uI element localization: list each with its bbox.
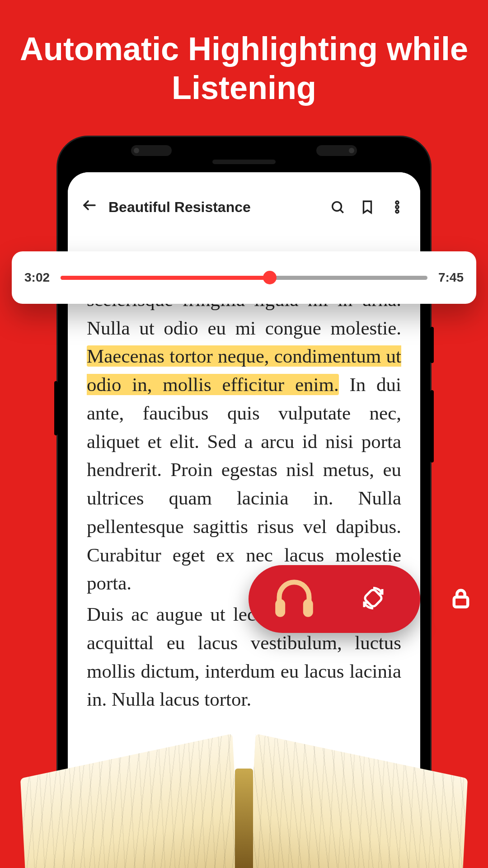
phone-side-button (430, 327, 434, 363)
svg-rect-7 (303, 599, 313, 617)
back-icon[interactable] (81, 197, 98, 217)
phone-side-button (54, 381, 58, 435)
svg-point-5 (396, 210, 399, 213)
svg-rect-9 (454, 597, 468, 607)
svg-point-1 (333, 202, 342, 211)
phone-frame: Beautiful Resistance eleifend porttitor,… (56, 136, 432, 868)
auto-rotate-icon[interactable] (360, 585, 387, 613)
reader-text[interactable]: eleifend porttitor, orci est vehicula ve… (87, 257, 401, 717)
more-icon[interactable] (388, 199, 407, 215)
marketing-headline: Automatic Highlighting while Listening (0, 0, 488, 108)
bookmark-icon[interactable] (358, 199, 377, 215)
phone-sensor (316, 145, 357, 156)
phone-sensor (131, 145, 172, 156)
progress-fill (61, 276, 270, 280)
progress-thumb[interactable] (263, 271, 277, 284)
audio-progress-card: 3:02 7:45 (12, 251, 476, 304)
progress-slider[interactable] (61, 274, 427, 281)
current-time: 3:02 (24, 270, 50, 285)
svg-line-2 (340, 210, 343, 213)
listen-pill[interactable] (249, 565, 420, 633)
headphones-icon (269, 573, 319, 625)
search-icon[interactable] (328, 199, 347, 215)
lock-icon (449, 586, 473, 612)
svg-point-3 (396, 201, 399, 204)
phone-speaker (212, 160, 276, 164)
svg-rect-6 (275, 599, 285, 617)
svg-point-4 (396, 206, 399, 208)
phone-side-button (430, 390, 434, 462)
body-text: In dui ante, faucibus quis vulputate nec… (87, 374, 401, 594)
lock-button[interactable] (434, 565, 488, 633)
book-title: Beautiful Resistance (108, 199, 317, 216)
total-time: 7:45 (438, 270, 464, 285)
app-header: Beautiful Resistance (68, 172, 420, 226)
